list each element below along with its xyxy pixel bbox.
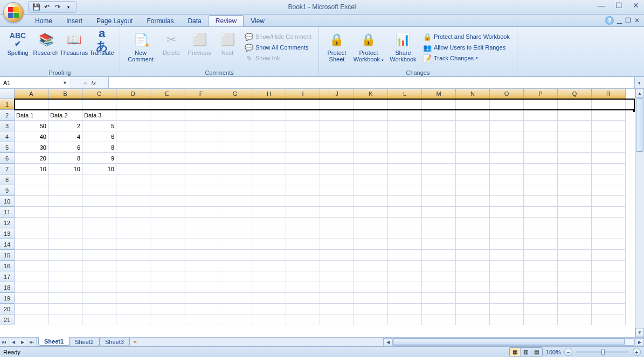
cell-R7[interactable]	[592, 164, 626, 174]
cell-D7[interactable]	[116, 164, 150, 174]
cell-G6[interactable]	[218, 153, 252, 164]
sheet-nav-next-icon[interactable]: ▶	[18, 338, 27, 346]
cell-B6[interactable]: 8	[49, 153, 82, 164]
cell-G8[interactable]	[218, 174, 252, 185]
cell-G17[interactable]	[218, 271, 252, 282]
column-header-I[interactable]: I	[286, 89, 320, 99]
cell-N18[interactable]	[456, 282, 490, 293]
cell-G7[interactable]	[218, 164, 252, 174]
cell-L8[interactable]	[388, 174, 422, 185]
cell-N13[interactable]	[456, 228, 490, 239]
cell-M17[interactable]	[422, 271, 456, 282]
save-icon[interactable]: 💾	[32, 3, 40, 11]
cell-C19[interactable]	[82, 293, 116, 304]
cell-L17[interactable]	[388, 271, 422, 282]
cell-C4[interactable]: 6	[82, 131, 116, 142]
cell-K10[interactable]	[354, 196, 388, 207]
row-header-7[interactable]: 7	[0, 164, 15, 174]
cell-I3[interactable]	[286, 121, 320, 131]
cell-M6[interactable]	[422, 153, 456, 164]
cell-M2[interactable]	[422, 110, 456, 121]
cell-I8[interactable]	[286, 174, 320, 185]
select-all-corner[interactable]	[0, 89, 15, 99]
cell-J18[interactable]	[320, 282, 354, 293]
cell-H3[interactable]	[252, 121, 286, 131]
cell-M20[interactable]	[422, 304, 456, 314]
sheet-tab-sheet1[interactable]: Sheet1	[38, 337, 70, 346]
cell-N12[interactable]	[456, 218, 490, 228]
cell-E2[interactable]	[150, 110, 184, 121]
cell-Q1[interactable]	[558, 99, 592, 110]
cell-O3[interactable]	[490, 121, 524, 131]
hscroll-thumb[interactable]	[393, 339, 625, 345]
cell-B10[interactable]	[49, 196, 82, 207]
column-header-B[interactable]: B	[49, 89, 82, 99]
cell-O1[interactable]	[490, 99, 524, 110]
cell-B5[interactable]: 6	[49, 142, 82, 153]
cell-D9[interactable]	[116, 185, 150, 196]
cell-B2[interactable]: Data 2	[49, 110, 82, 121]
column-header-A[interactable]: A	[15, 89, 49, 99]
protect-share-workbook-button[interactable]: 🔒Protect and Share Workbook	[420, 31, 513, 42]
vertical-scrollbar[interactable]: ▲ ▼	[635, 89, 644, 337]
cancel-formula-icon[interactable]: ●	[84, 80, 87, 86]
cell-N9[interactable]	[456, 185, 490, 196]
column-header-M[interactable]: M	[422, 89, 456, 99]
cell-D5[interactable]	[116, 142, 150, 153]
zoom-slider[interactable]	[576, 351, 629, 353]
cell-O10[interactable]	[490, 196, 524, 207]
cell-P10[interactable]	[524, 196, 558, 207]
cell-C9[interactable]	[82, 185, 116, 196]
cell-O5[interactable]	[490, 142, 524, 153]
cell-P14[interactable]	[524, 239, 558, 250]
row-header-20[interactable]: 20	[0, 304, 15, 314]
cell-M4[interactable]	[422, 131, 456, 142]
cell-K6[interactable]	[354, 153, 388, 164]
maximize-button[interactable]: ☐	[614, 1, 624, 10]
cell-P9[interactable]	[524, 185, 558, 196]
cell-L1[interactable]	[388, 99, 422, 110]
cell-L14[interactable]	[388, 239, 422, 250]
cell-R8[interactable]	[592, 174, 626, 185]
cell-D4[interactable]	[116, 131, 150, 142]
scroll-down-icon[interactable]: ▼	[635, 328, 644, 337]
cell-G14[interactable]	[218, 239, 252, 250]
zoom-percent[interactable]: 100%	[546, 349, 561, 355]
spelling-button[interactable]: ABC✔ Spelling	[4, 29, 31, 66]
cell-G4[interactable]	[218, 131, 252, 142]
cell-R6[interactable]	[592, 153, 626, 164]
cell-Q6[interactable]	[558, 153, 592, 164]
column-header-J[interactable]: J	[320, 89, 354, 99]
cell-Q3[interactable]	[558, 121, 592, 131]
cell-H2[interactable]	[252, 110, 286, 121]
cell-F2[interactable]	[184, 110, 218, 121]
cell-G18[interactable]	[218, 282, 252, 293]
cell-F10[interactable]	[184, 196, 218, 207]
cell-Q19[interactable]	[558, 293, 592, 304]
cell-Q15[interactable]	[558, 250, 592, 261]
scroll-up-icon[interactable]: ▲	[635, 89, 644, 98]
cell-G16[interactable]	[218, 261, 252, 271]
column-header-R[interactable]: R	[592, 89, 626, 99]
cell-O6[interactable]	[490, 153, 524, 164]
cell-A9[interactable]	[15, 185, 49, 196]
cell-J4[interactable]	[320, 131, 354, 142]
cell-R5[interactable]	[592, 142, 626, 153]
cell-O15[interactable]	[490, 250, 524, 261]
cell-F4[interactable]	[184, 131, 218, 142]
cell-E3[interactable]	[150, 121, 184, 131]
cell-R14[interactable]	[592, 239, 626, 250]
cell-N4[interactable]	[456, 131, 490, 142]
cell-E17[interactable]	[150, 271, 184, 282]
previous-comment-button[interactable]: ⬜ Previous	[186, 29, 213, 66]
cell-Q5[interactable]	[558, 142, 592, 153]
cell-O17[interactable]	[490, 271, 524, 282]
cell-R2[interactable]	[592, 110, 626, 121]
cell-A2[interactable]: Data 1	[15, 110, 49, 121]
cell-J16[interactable]	[320, 261, 354, 271]
cell-D1[interactable]	[116, 99, 150, 110]
cell-I12[interactable]	[286, 218, 320, 228]
cell-P13[interactable]	[524, 228, 558, 239]
cell-N8[interactable]	[456, 174, 490, 185]
cell-M14[interactable]	[422, 239, 456, 250]
